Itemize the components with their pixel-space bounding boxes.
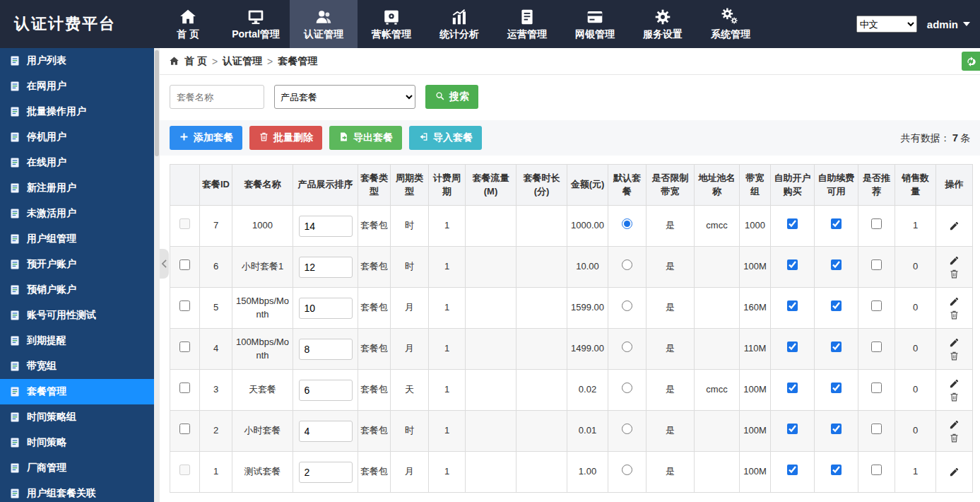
list-icon bbox=[9, 259, 20, 270]
export-package-button[interactable]: 导出套餐 bbox=[329, 126, 402, 150]
breadcrumb-auth-management[interactable]: 认证管理 bbox=[223, 55, 262, 68]
sort-order-input[interactable] bbox=[299, 421, 353, 442]
refresh-button[interactable] bbox=[962, 52, 980, 71]
self-purchase-checkbox[interactable] bbox=[787, 383, 798, 393]
self-purchase-checkbox[interactable] bbox=[787, 342, 798, 352]
sidebar-item[interactable]: 时间策略 bbox=[0, 430, 154, 455]
edit-icon[interactable] bbox=[949, 337, 960, 348]
sidebar-item[interactable]: 新注册用户 bbox=[0, 175, 154, 201]
recommend-checkbox[interactable] bbox=[871, 383, 882, 393]
sidebar-item[interactable]: 带宽组 bbox=[0, 354, 154, 379]
sidebar-item[interactable]: 在线用户 bbox=[0, 150, 154, 175]
main-layout: 用户列表 在网用户 批量操作用户 停机用户 在线用户 新注册用户 未激活用户 用… bbox=[0, 48, 980, 502]
sidebar-item[interactable]: 到期提醒 bbox=[0, 328, 154, 354]
delete-icon[interactable] bbox=[949, 351, 960, 361]
sidebar-item[interactable]: 未激活用户 bbox=[0, 201, 154, 226]
row-select-checkbox[interactable] bbox=[179, 218, 190, 229]
delete-icon[interactable] bbox=[949, 269, 960, 279]
sidebar-collapse-handle[interactable] bbox=[160, 249, 169, 279]
default-package-radio[interactable] bbox=[622, 218, 632, 229]
package-name-input[interactable] bbox=[170, 85, 264, 109]
sidebar-item[interactable]: 用户组管理 bbox=[0, 226, 154, 252]
default-package-radio[interactable] bbox=[622, 259, 632, 270]
sort-order-input[interactable] bbox=[299, 298, 353, 319]
row-select-checkbox[interactable] bbox=[179, 465, 190, 475]
nav-item-system[interactable]: 系统管理 bbox=[697, 0, 764, 48]
recommend-checkbox[interactable] bbox=[871, 300, 882, 311]
sidebar-item[interactable]: 账号可用性测试 bbox=[0, 303, 154, 328]
sidebar-item[interactable]: 预销户账户 bbox=[0, 277, 154, 303]
sort-order-input[interactable] bbox=[299, 380, 353, 401]
edit-icon[interactable] bbox=[949, 255, 960, 266]
nav-item-home[interactable]: 首 页 bbox=[154, 0, 222, 48]
sidebar-scrollbar[interactable] bbox=[154, 48, 160, 502]
self-purchase-checkbox[interactable] bbox=[787, 465, 798, 475]
self-purchase-checkbox[interactable] bbox=[787, 424, 798, 434]
self-renew-checkbox[interactable] bbox=[831, 424, 842, 434]
batch-delete-button[interactable]: 批量删除 bbox=[249, 126, 322, 150]
nav-item-portal[interactable]: Portal管理 bbox=[222, 0, 290, 48]
row-select-checkbox[interactable] bbox=[179, 383, 190, 393]
self-renew-checkbox[interactable] bbox=[831, 383, 842, 393]
nav-item-operations[interactable]: 运营管理 bbox=[493, 0, 561, 48]
cell-billing-period: 1 bbox=[429, 206, 466, 247]
nav-item-stats[interactable]: 统计分析 bbox=[425, 0, 493, 48]
add-package-button[interactable]: 添加套餐 bbox=[170, 126, 242, 150]
nav-item-billing[interactable]: 营帐管理 bbox=[358, 0, 425, 48]
edit-icon[interactable] bbox=[949, 296, 960, 307]
edit-icon[interactable] bbox=[949, 467, 960, 477]
row-select-checkbox[interactable] bbox=[179, 342, 190, 352]
package-type-select[interactable]: 产品套餐 bbox=[274, 85, 415, 109]
user-menu[interactable]: admin bbox=[927, 18, 970, 30]
sidebar-item[interactable]: 停机用户 bbox=[0, 124, 154, 150]
self-purchase-checkbox[interactable] bbox=[787, 300, 798, 311]
edit-icon[interactable] bbox=[949, 419, 960, 430]
sidebar-item[interactable]: 时间策略组 bbox=[0, 404, 154, 430]
sidebar-item[interactable]: 预开户账户 bbox=[0, 252, 154, 277]
sort-order-input[interactable] bbox=[299, 257, 353, 278]
self-purchase-checkbox[interactable] bbox=[787, 218, 798, 229]
row-select-checkbox[interactable] bbox=[179, 424, 190, 434]
sidebar-item[interactable]: 用户列表 bbox=[0, 48, 154, 74]
delete-icon[interactable] bbox=[949, 392, 960, 402]
scrollbar-thumb[interactable] bbox=[155, 50, 159, 156]
recommend-checkbox[interactable] bbox=[871, 342, 882, 352]
recommend-checkbox[interactable] bbox=[871, 465, 882, 475]
sort-order-input[interactable] bbox=[299, 462, 353, 483]
recommend-checkbox[interactable] bbox=[871, 218, 882, 229]
default-package-radio[interactable] bbox=[622, 383, 632, 393]
sidebar-item[interactable]: 厂商管理 bbox=[0, 455, 154, 481]
default-package-radio[interactable] bbox=[622, 300, 632, 311]
search-button[interactable]: 搜索 bbox=[425, 85, 478, 109]
nav-item-service-settings[interactable]: 服务设置 bbox=[629, 0, 697, 48]
sidebar-item[interactable]: 套餐管理 bbox=[0, 379, 154, 404]
self-renew-checkbox[interactable] bbox=[831, 300, 842, 311]
import-package-button[interactable]: 导入套餐 bbox=[409, 126, 482, 150]
nav-item-ebank[interactable]: 网银管理 bbox=[561, 0, 629, 48]
edit-icon[interactable] bbox=[949, 378, 960, 389]
language-select[interactable]: 中文 bbox=[856, 16, 917, 33]
sidebar-item[interactable]: 批量操作用户 bbox=[0, 99, 154, 124]
delete-icon[interactable] bbox=[949, 310, 960, 320]
row-select-checkbox[interactable] bbox=[179, 300, 190, 311]
delete-icon[interactable] bbox=[949, 433, 960, 443]
recommend-checkbox[interactable] bbox=[871, 259, 882, 270]
self-purchase-checkbox[interactable] bbox=[787, 259, 798, 270]
sidebar-item[interactable]: 用户组套餐关联 bbox=[0, 481, 154, 502]
sort-order-input[interactable] bbox=[299, 339, 353, 360]
default-package-radio[interactable] bbox=[622, 465, 632, 475]
cell-sort bbox=[293, 288, 358, 329]
self-renew-checkbox[interactable] bbox=[831, 342, 842, 352]
self-renew-checkbox[interactable] bbox=[831, 465, 842, 475]
breadcrumb-home[interactable]: 首 页 bbox=[184, 55, 207, 68]
sort-order-input[interactable] bbox=[299, 216, 353, 237]
sidebar-item[interactable]: 在网用户 bbox=[0, 74, 154, 99]
default-package-radio[interactable] bbox=[622, 424, 632, 434]
edit-icon[interactable] bbox=[949, 221, 960, 231]
nav-item-auth[interactable]: 认证管理 bbox=[290, 0, 358, 48]
recommend-checkbox[interactable] bbox=[871, 424, 882, 434]
self-renew-checkbox[interactable] bbox=[831, 218, 842, 229]
row-select-checkbox[interactable] bbox=[179, 259, 190, 270]
self-renew-checkbox[interactable] bbox=[831, 259, 842, 270]
default-package-radio[interactable] bbox=[622, 342, 632, 352]
